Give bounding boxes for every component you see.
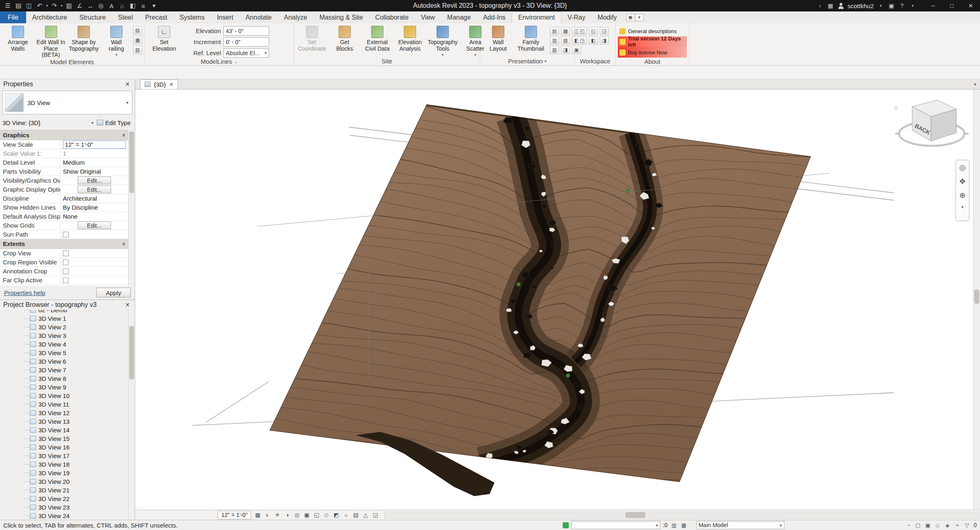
browser-item[interactable]: 3D View 5	[0, 349, 128, 357]
browser-item[interactable]: 3D View 4	[0, 340, 128, 349]
aligned-dimension-icon[interactable]: ↔	[85, 1, 96, 11]
topography-tools-button[interactable]: Topography Tools▾	[427, 25, 459, 57]
navbar-dropdown-icon[interactable]: ▾	[958, 204, 967, 209]
property-value[interactable]	[60, 267, 128, 275]
ribbon-tab-insert[interactable]: Insert	[211, 11, 239, 23]
redo-icon-dropdown[interactable]: ▾	[60, 4, 64, 8]
increment-input[interactable]: 0' - 0"	[223, 37, 269, 47]
design-options-icon[interactable]: ▦	[680, 521, 688, 529]
pan-icon[interactable]: ✥	[958, 177, 967, 186]
model-elements-tool-3-icon[interactable]: ▧	[133, 46, 142, 54]
drag-on-selection-toggle-icon[interactable]: +	[953, 521, 961, 529]
view-tab-3d[interactable]: {3D} ✕	[140, 79, 178, 89]
project-browser-close-icon[interactable]: ✕	[123, 302, 131, 308]
edit-button[interactable]: Edit...	[78, 221, 111, 229]
ribbon-tab-systems[interactable]: Systems	[174, 11, 211, 23]
ribbon-tab-steel[interactable]: Steel	[112, 11, 139, 23]
undo-icon-dropdown[interactable]: ▾	[45, 4, 49, 8]
measure-icon[interactable]: ∠	[74, 1, 85, 11]
open-icon[interactable]: ▤	[13, 1, 24, 11]
render-dialog-icon[interactable]: ◎	[292, 511, 302, 519]
view-cube[interactable]: ⌂ BACK	[892, 94, 969, 155]
ribbon-tab-v-ray[interactable]: V-Ray	[561, 11, 592, 23]
panel-label-about[interactable]: About	[616, 58, 689, 65]
redo-icon[interactable]: ↷	[49, 1, 60, 11]
wall-railing-dropdown-icon[interactable]: ▾	[116, 53, 118, 57]
print-icon[interactable]: ▥	[64, 1, 74, 11]
arrange-walls-button[interactable]: Arrange Walls	[2, 25, 34, 52]
workspace-tool-2-icon[interactable]: ◱	[589, 27, 598, 35]
ribbon-tab-modify[interactable]: Modify	[591, 11, 623, 23]
workspace-tool-6-icon[interactable]: ◨	[600, 36, 609, 45]
model-elements-tool-1-icon[interactable]: ▤	[133, 26, 142, 34]
ref-level-select[interactable]: Absolute El...▾	[223, 48, 269, 58]
browser-item[interactable]: 3D View 10	[0, 391, 128, 400]
property-value[interactable]	[60, 258, 128, 266]
browser-item[interactable]: 3D View 22	[0, 494, 128, 503]
properties-help-link[interactable]: Properties help	[4, 289, 45, 296]
tab-options-dropdown-icon[interactable]: ▾	[635, 14, 644, 21]
section-header-extents[interactable]: Extents∧	[0, 239, 128, 249]
browser-item[interactable]: 3D View 13	[0, 417, 128, 426]
filter-icon[interactable]: ▽	[963, 521, 971, 529]
property-value[interactable]: Medium	[60, 158, 128, 167]
type-selector[interactable]: 3D View ▾	[2, 91, 132, 114]
vertical-scrollbar[interactable]	[973, 89, 980, 510]
browser-item[interactable]: 3D View 23	[0, 503, 128, 512]
zoom-icon[interactable]: ⊕	[958, 190, 967, 200]
property-checkbox[interactable]	[63, 259, 69, 265]
qat-customize-icon[interactable]: ▾	[149, 1, 159, 11]
ribbon-tab-view[interactable]: View	[415, 11, 441, 23]
select-by-face-toggle-icon[interactable]: ◈	[943, 521, 951, 529]
panel-label-workspace[interactable]: Workspace	[575, 56, 615, 65]
workspace-tool-4-icon[interactable]: ◳	[578, 36, 587, 45]
user-avatar[interactable]	[837, 2, 844, 9]
presentation-tool-8-icon[interactable]: ◨	[561, 46, 570, 54]
select-pinned-toggle-icon[interactable]: ◇	[933, 521, 942, 529]
panel-label-model-elements[interactable]: Model Elements	[0, 58, 144, 65]
shadows-icon[interactable]: ◑	[282, 511, 292, 519]
active-workset-select[interactable]: ▾	[571, 521, 660, 529]
edit-button[interactable]: Edit...	[78, 177, 111, 184]
instance-dropdown-icon[interactable]: ▾	[91, 121, 95, 125]
property-checkbox[interactable]	[63, 232, 69, 237]
crop-view-icon[interactable]: ▣	[302, 511, 312, 519]
section-header-graphics[interactable]: Graphics∧	[0, 130, 128, 140]
browser-item[interactable]: 3D View 9	[0, 383, 128, 391]
browser-item[interactable]: 3D View 2	[0, 323, 128, 331]
app-menu-icon[interactable]: ☰	[2, 1, 13, 11]
text-icon[interactable]: A	[106, 1, 117, 11]
browser-item[interactable]: 3D View 7	[0, 366, 128, 374]
help-dropdown-icon[interactable]: ▾	[909, 1, 916, 11]
apply-button[interactable]: Apply	[96, 288, 131, 297]
browser-item[interactable]: 3D View 6	[0, 357, 128, 366]
wall-railing-button[interactable]: Wall railing▾	[100, 25, 132, 57]
property-value[interactable]: 12" = 1'-0"	[60, 140, 128, 149]
drawing-area[interactable]: ⌂ BACK ◎ ✥ ⊕ ▾	[135, 89, 980, 510]
presentation-tool-1-icon[interactable]: ▤	[550, 27, 559, 35]
browser-item[interactable]: 3D View 12	[0, 409, 128, 417]
workspace-tool-5-icon[interactable]: ◧	[589, 36, 598, 45]
cart-icon[interactable]: ▣	[888, 1, 895, 11]
detail-level-icon[interactable]: ▦	[253, 511, 263, 519]
property-value[interactable]: Show Original	[60, 167, 128, 176]
shape-by-topography-button[interactable]: Shape by Topography	[68, 25, 100, 52]
property-value-input[interactable]: 12" = 1'-0"	[63, 141, 126, 149]
property-value[interactable]: Edit...	[60, 176, 128, 185]
username[interactable]: scottkhu2	[848, 2, 874, 9]
property-value[interactable]: Architectural	[60, 194, 128, 203]
properties-close-icon[interactable]: ✕	[123, 81, 131, 87]
presentation-dropdown-icon[interactable]: ▾	[545, 59, 547, 63]
property-checkbox[interactable]	[63, 268, 69, 274]
browser-item[interactable]: 3D View 17	[0, 452, 128, 460]
edit-button[interactable]: Edit...	[78, 186, 111, 193]
external-civil-data-button[interactable]: External Civil Data	[361, 25, 393, 52]
view-tab-close-icon[interactable]: ✕	[169, 81, 174, 87]
general-descriptions-item[interactable]: General descriptions	[618, 26, 687, 36]
visual-style-icon[interactable]: ◐	[263, 511, 272, 519]
trial-version-item[interactable]: Trial version 12 Days left	[618, 36, 687, 47]
get-blocks-button[interactable]: Get Blocks	[329, 25, 361, 52]
elevation-analysis-button[interactable]: Elevation Analysis	[394, 25, 426, 52]
view-scale-button[interactable]: 12" = 1'-0"	[218, 511, 251, 519]
sun-path-icon[interactable]: ☀	[272, 511, 282, 519]
